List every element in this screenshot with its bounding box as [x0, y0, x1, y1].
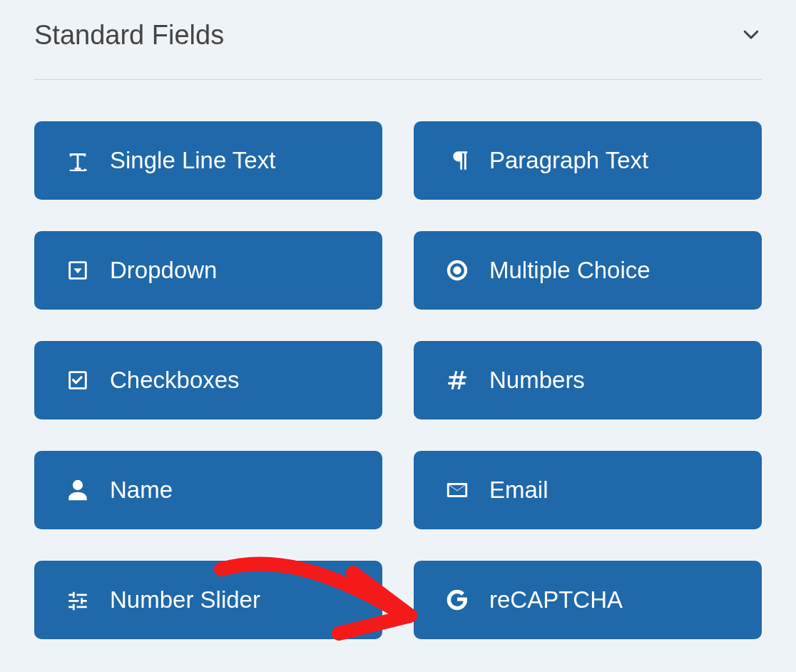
- field-label: Checkboxes: [110, 367, 240, 394]
- field-label: Multiple Choice: [489, 257, 650, 284]
- field-label: Numbers: [489, 367, 585, 394]
- field-label: Name: [110, 477, 173, 504]
- radio-icon: [445, 258, 469, 282]
- fields-grid: Single Line Text Paragraph Text Dropdown…: [34, 121, 762, 639]
- field-email[interactable]: Email: [414, 451, 762, 529]
- field-numbers[interactable]: Numbers: [414, 341, 762, 419]
- field-label: Single Line Text: [110, 147, 275, 174]
- paragraph-icon: [445, 148, 469, 173]
- divider: [34, 79, 762, 80]
- standard-fields-panel: Standard Fields Single Line Text Paragra…: [0, 7, 796, 639]
- text-icon: [66, 148, 90, 173]
- envelope-icon: [445, 478, 469, 502]
- user-icon: [66, 478, 90, 502]
- field-single-line-text[interactable]: Single Line Text: [34, 121, 382, 200]
- section-title: Standard Fields: [34, 20, 224, 51]
- field-checkboxes[interactable]: Checkboxes: [34, 341, 382, 419]
- chevron-down-icon: [740, 24, 762, 48]
- section-header[interactable]: Standard Fields: [34, 7, 762, 79]
- field-number-slider[interactable]: Number Slider: [34, 561, 382, 639]
- field-paragraph-text[interactable]: Paragraph Text: [414, 121, 762, 200]
- field-name[interactable]: Name: [34, 451, 382, 529]
- field-label: Paragraph Text: [489, 147, 648, 174]
- hash-icon: [445, 368, 469, 392]
- field-label: reCAPTCHA: [489, 586, 623, 614]
- google-icon: [445, 588, 469, 612]
- field-label: Dropdown: [110, 257, 217, 284]
- field-label: Email: [489, 477, 548, 504]
- checkbox-icon: [66, 368, 90, 392]
- field-multiple-choice[interactable]: Multiple Choice: [414, 231, 762, 310]
- dropdown-icon: [66, 258, 90, 282]
- slider-icon: [66, 588, 90, 612]
- field-label: Number Slider: [110, 586, 260, 614]
- field-recaptcha[interactable]: reCAPTCHA: [414, 561, 762, 639]
- field-dropdown[interactable]: Dropdown: [34, 231, 382, 310]
